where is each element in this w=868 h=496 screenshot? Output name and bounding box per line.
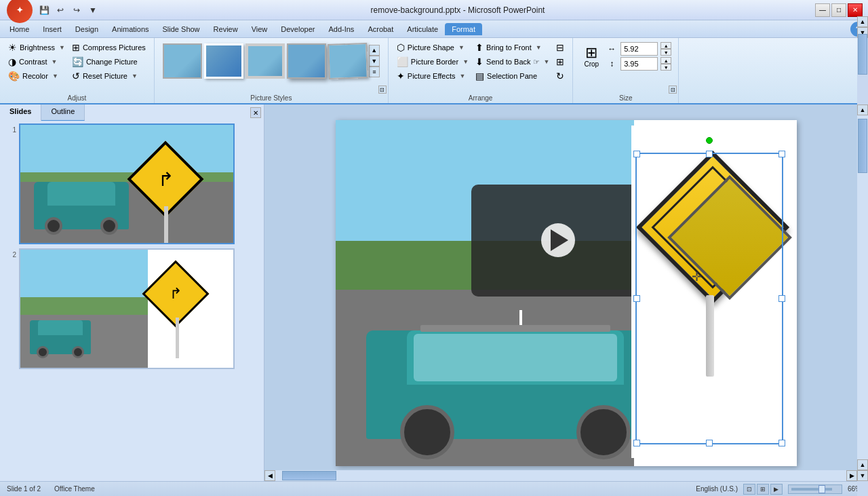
gallery-item-5[interactable] xyxy=(328,43,368,79)
send-to-back-dropdown[interactable]: ▼ xyxy=(544,58,550,65)
menu-format[interactable]: Format xyxy=(445,23,482,35)
slide-1-thumb[interactable]: ↱ xyxy=(19,123,235,244)
picture-styles-label: Picture Styles xyxy=(155,94,388,102)
height-input[interactable] xyxy=(620,57,658,71)
adjust-group-label: Adjust xyxy=(0,94,154,102)
menu-addins[interactable]: Add-Ins xyxy=(321,23,361,35)
rotate-handle[interactable] xyxy=(706,137,713,144)
canvas-scroll-up[interactable]: ▲ xyxy=(857,104,868,115)
office-button[interactable]: ✦ xyxy=(7,0,33,23)
gallery-scroll-down[interactable]: ▼ xyxy=(369,56,380,66)
crop-label: Crop xyxy=(584,60,599,68)
gallery-item-3[interactable] xyxy=(245,43,285,79)
maximize-button[interactable]: □ xyxy=(831,3,846,17)
menu-articulate[interactable]: Articulate xyxy=(400,23,445,35)
handle-bottom-left[interactable] xyxy=(633,440,640,446)
contrast-button[interactable]: ◑ Contrast ▼ xyxy=(5,55,68,69)
customize-button[interactable]: ▼ xyxy=(85,3,100,18)
zoom-slider[interactable] xyxy=(788,484,842,494)
gallery-item-1[interactable] xyxy=(163,43,202,79)
canvas-hscroll-right[interactable]: ▶ xyxy=(846,470,857,481)
picture-styles-content: ▲ ▼ ≡ xyxy=(160,41,382,102)
menu-view[interactable]: View xyxy=(245,23,275,35)
reset-dropdown[interactable]: ▼ xyxy=(132,73,138,79)
menu-insert[interactable]: Insert xyxy=(36,23,68,35)
tab-slides[interactable]: Slides xyxy=(0,104,41,121)
minimize-button[interactable]: — xyxy=(815,3,830,17)
width-up[interactable]: ▲ xyxy=(660,42,671,49)
menu-slideshow[interactable]: Slide Show xyxy=(156,23,207,35)
undo-button[interactable]: ↩ xyxy=(53,3,68,18)
picture-border-dropdown[interactable]: ▼ xyxy=(462,58,469,65)
handle-top-left[interactable] xyxy=(633,151,640,157)
slides-scroll-thumb[interactable] xyxy=(858,34,867,75)
picture-effects-button[interactable]: ✦ Picture Effects ▼ xyxy=(394,69,471,83)
crop-button[interactable]: ⊞ Crop xyxy=(580,44,603,69)
width-input[interactable] xyxy=(620,42,658,56)
bring-to-front-button[interactable]: ⬆ Bring to Front ▼ xyxy=(473,41,552,54)
handle-bottom-center[interactable] xyxy=(706,440,713,446)
normal-view-btn[interactable]: ⊡ xyxy=(743,484,755,495)
picture-styles-expand[interactable]: ⊡ xyxy=(378,85,387,94)
brightness-button[interactable]: ☀ Brightness ▼ xyxy=(5,41,68,54)
handle-top-right[interactable] xyxy=(778,151,785,157)
height-down[interactable]: ▼ xyxy=(660,64,671,71)
tab-outline[interactable]: Outline xyxy=(41,104,85,121)
view-buttons: ⊡ ⊞ ▶ xyxy=(743,484,783,495)
gallery-item-4[interactable] xyxy=(287,43,326,79)
picture-shape-dropdown[interactable]: ▼ xyxy=(458,44,465,51)
handle-middle-left[interactable] xyxy=(633,295,640,302)
menu-acrobat[interactable]: Acrobat xyxy=(361,23,400,35)
handle-bottom-right[interactable] xyxy=(778,440,785,446)
recolor-dropdown[interactable]: ▼ xyxy=(52,73,58,79)
slide-2-thumb[interactable]: ↱ xyxy=(19,248,235,369)
slide-sorter-btn[interactable]: ⊞ xyxy=(757,484,769,495)
slides-scroll-up[interactable]: ▲ xyxy=(857,16,868,27)
compress-button[interactable]: ⊞ Compress Pictures xyxy=(69,41,149,54)
recolor-button[interactable]: 🎨 Recolor ▼ xyxy=(5,69,68,83)
picture-border-button[interactable]: ⬜ Picture Border ▼ xyxy=(394,55,471,69)
canvas-scroll-track xyxy=(857,115,868,459)
picture-effects-label: Picture Effects xyxy=(408,72,456,80)
height-up[interactable]: ▲ xyxy=(660,57,671,64)
align-button[interactable]: ⊟ xyxy=(553,41,567,54)
title-bar: ✦ 💾 ↩ ↪ ▼ remove-background.pptx - Micro… xyxy=(0,0,868,20)
slide-canvas[interactable]: ↱ xyxy=(336,120,797,466)
canvas-scroll-thumb[interactable] xyxy=(858,119,867,173)
menu-review[interactable]: Review xyxy=(207,23,245,35)
redo-button[interactable]: ↪ xyxy=(69,3,84,18)
change-picture-button[interactable]: 🔄 Change Picture xyxy=(69,55,149,69)
canvas-scroll-down2[interactable]: ▼ xyxy=(857,470,868,481)
slideshow-btn[interactable]: ▶ xyxy=(770,484,783,495)
change-picture-icon: 🔄 xyxy=(72,56,83,67)
picture-effects-icon: ✦ xyxy=(397,71,405,81)
size-expand[interactable]: ⊡ xyxy=(669,85,677,94)
save-button[interactable]: 💾 xyxy=(37,3,52,18)
menu-home[interactable]: Home xyxy=(3,23,36,35)
picture-shape-button[interactable]: ⬡ Picture Shape ▼ xyxy=(394,41,471,54)
canvas-scroll-up2[interactable]: ▲ xyxy=(857,459,868,470)
canvas-hscroll-thumb[interactable] xyxy=(282,471,336,480)
compress-icon: ⊞ xyxy=(72,42,80,53)
quick-access-toolbar: 💾 ↩ ↪ ▼ xyxy=(37,3,100,18)
rotate-button[interactable]: ↻ xyxy=(553,69,567,83)
menu-developer[interactable]: Developer xyxy=(274,23,321,35)
contrast-dropdown[interactable]: ▼ xyxy=(52,58,58,65)
gallery-scroll-more[interactable]: ≡ xyxy=(369,66,380,77)
menu-animations[interactable]: Animations xyxy=(105,23,155,35)
canvas-hscroll-left[interactable]: ◀ xyxy=(264,470,275,481)
close-sidebar-button[interactable]: ✕ xyxy=(250,107,261,118)
adjust-col2: ⊞ Compress Pictures 🔄 Change Picture ↺ R… xyxy=(69,41,149,83)
gallery-scroll-up[interactable]: ▲ xyxy=(369,45,380,56)
gallery-item-2[interactable] xyxy=(204,43,243,79)
group-button[interactable]: ⊞ xyxy=(553,55,567,69)
width-down[interactable]: ▼ xyxy=(660,49,671,56)
bring-to-front-dropdown[interactable]: ▼ xyxy=(536,44,542,51)
close-button[interactable]: ✕ xyxy=(848,3,863,17)
send-to-back-button[interactable]: ⬇ Send to Back ☞ ▼ xyxy=(473,55,552,69)
menu-design[interactable]: Design xyxy=(68,23,105,35)
selection-pane-button[interactable]: ▤ Selection Pane xyxy=(473,69,552,83)
reset-picture-button[interactable]: ↺ Reset Picture ▼ xyxy=(69,69,149,83)
brightness-dropdown[interactable]: ▼ xyxy=(59,44,65,51)
picture-effects-dropdown[interactable]: ▼ xyxy=(460,73,466,79)
